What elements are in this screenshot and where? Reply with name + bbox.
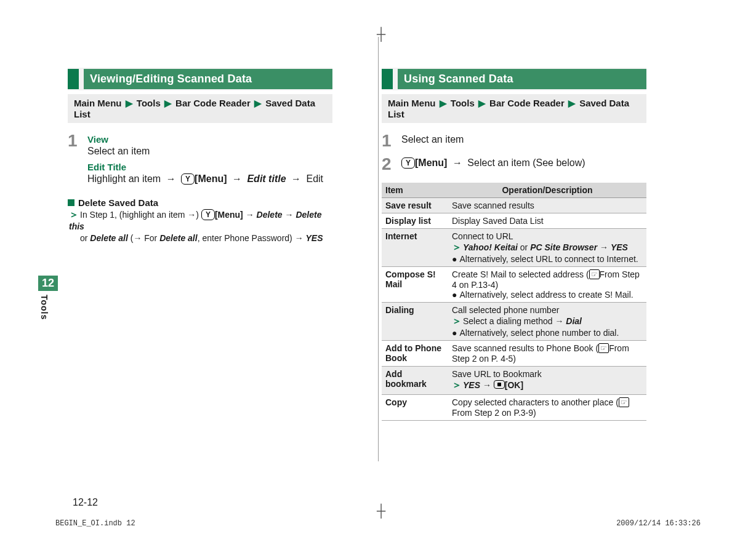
delete-saved-data-note: ＞In Step 1, (highlight an item →) [Menu]…: [69, 208, 332, 244]
table-row: Copy Copy selected characters to another…: [382, 394, 646, 420]
print-footer: BEGIN_E_OI.indb 12 2009/12/14 16:33:26: [55, 519, 701, 528]
table-row: Display list Display Saved Data List: [382, 213, 646, 228]
section-heading-viewing: Viewing/Editing Scanned Data: [68, 68, 332, 90]
pointer-icon: [598, 343, 609, 353]
edit-title-instruction: Highlight an item → [Menu] → Edit title …: [87, 173, 332, 185]
page-number: 12-12: [73, 497, 98, 508]
arrow-icon: ▶: [477, 98, 487, 108]
source-file: BEGIN_E_OI.indb 12: [55, 519, 135, 528]
table-row: Internet Connect to URL ＞Yahoo! Keitai o…: [382, 228, 646, 266]
view-instruction: Select an item: [87, 146, 332, 157]
view-heading: View: [87, 134, 332, 145]
col-item: Item: [382, 183, 448, 198]
table-row: Dialing Call selected phone number ＞Sele…: [382, 302, 646, 340]
right-column: Using Scanned Data Main Menu ▶ Tools ▶ B…: [369, 68, 659, 467]
breadcrumb-left: Main Menu ▶ Tools ▶ Bar Code Reader ▶ Sa…: [68, 94, 332, 123]
crop-mark-bottom: ┼: [377, 504, 385, 518]
table-row: Compose S! Mail Create S! Mail to select…: [382, 266, 646, 302]
col-desc: Operation/Description: [448, 183, 646, 198]
arrow-icon: ▶: [124, 98, 134, 108]
y-key-icon: [181, 173, 195, 185]
y-key-icon: [401, 157, 415, 169]
arrow-icon: ▶: [567, 98, 577, 108]
table-header-row: Item Operation/Description: [382, 183, 646, 198]
arrow-icon: ▶: [438, 98, 448, 108]
table-row: Save result Save scanned results: [382, 197, 646, 213]
step-1-left: 1 View Select an item Edit Title Highlig…: [68, 133, 332, 190]
step-1-right: 1 Select an item: [382, 133, 646, 150]
section-heading-using: Using Scanned Data: [382, 68, 646, 90]
pointer-icon: [589, 269, 600, 279]
arrow-icon: ▶: [163, 98, 173, 108]
step-2-right: 2 [Menu] → Select an item (See below): [382, 156, 646, 174]
column-divider: [378, 37, 379, 461]
center-key-icon: [494, 380, 505, 389]
table-row: Add to Phone Book Save scanned results t…: [382, 340, 646, 366]
operations-table: Item Operation/Description Save result S…: [382, 183, 646, 421]
edit-title-heading: Edit Title: [87, 162, 332, 172]
pointer-icon: [619, 397, 629, 407]
delete-saved-data-heading: Delete Saved Data: [68, 197, 332, 208]
table-row: Add bookmark Save URL to Bookmark ＞YES →…: [382, 366, 646, 394]
breadcrumb-right: Main Menu ▶ Tools ▶ Bar Code Reader ▶ Sa…: [382, 94, 646, 123]
left-column: Viewing/Editing Scanned Data Main Menu ▶…: [55, 68, 345, 467]
timestamp: 2009/12/14 16:33:26: [616, 519, 701, 528]
y-key-icon: [201, 209, 215, 220]
arrow-icon: ▶: [253, 98, 263, 108]
square-bullet-icon: [68, 199, 74, 206]
